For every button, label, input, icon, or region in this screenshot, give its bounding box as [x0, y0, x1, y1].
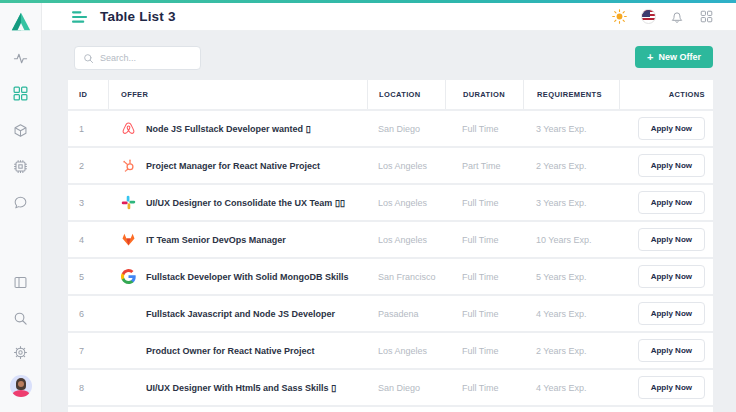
offer-cell: Product Owner for React Native Project [108, 333, 367, 368]
table-row: 6 Fullstack Javascript and Node JS Devel… [68, 296, 713, 331]
actions-cell: Apply Now [619, 296, 713, 331]
apply-now-button[interactable]: Apply Now [638, 117, 705, 140]
offer-title[interactable]: Product Owner for React Native Project [146, 346, 315, 356]
offer-title[interactable]: UI/UX Designer to Consolidate the UX Tea… [146, 198, 345, 208]
row-id: 3 [68, 185, 108, 220]
row-duration: Full Time [445, 222, 523, 257]
avatar-shirt [12, 390, 30, 397]
offer-title[interactable]: Project Manager for React Native Project [146, 161, 320, 171]
sun-icon[interactable] [611, 9, 627, 25]
row-requirements: 10 Years Exp. [523, 222, 619, 257]
offer-cell: Node JS Fullstack Developer wanted ▯ [108, 111, 367, 146]
dashboard-grid-icon[interactable] [13, 85, 29, 101]
row-duration: Full Time [445, 296, 523, 331]
offer-title[interactable]: Node JS Fullstack Developer wanted ▯ [146, 124, 311, 134]
table-header-row: ID OFFER LOCATION DURATION REQUIREMENTS … [68, 80, 713, 109]
apply-now-button[interactable]: Apply Now [638, 376, 705, 399]
offer-title[interactable]: IT Team Senior DevOps Manager [146, 235, 286, 245]
airbnb-icon [120, 121, 136, 137]
apply-now-button[interactable]: Apply Now [638, 154, 705, 177]
apply-now-button[interactable]: Apply Now [638, 228, 705, 251]
actions-cell: Apply Now [619, 259, 713, 294]
row-duration: Full Time [445, 370, 523, 405]
chat-bubble-icon[interactable] [13, 194, 29, 210]
row-id: 8 [68, 370, 108, 405]
apps-grid-icon[interactable] [698, 9, 714, 25]
us-flag-icon[interactable] [640, 9, 656, 25]
table-row: 7 Product Owner for React Native Project… [68, 333, 713, 368]
menu-icon[interactable] [72, 10, 89, 24]
cpu-chip-icon[interactable] [13, 158, 29, 174]
row-id: 2 [68, 148, 108, 183]
row-id: 4 [68, 222, 108, 257]
offer-title[interactable]: UI/UX Designer With Html5 and Sass Skill… [146, 383, 336, 393]
table-row: 5 Fullstack Developer With Solid MongoDB… [68, 259, 713, 294]
table-row: 8 UI/UX Designer With Html5 and Sass Ski… [68, 370, 713, 405]
apply-now-button[interactable]: Apply Now [638, 191, 705, 214]
column-header-id: ID [68, 80, 108, 109]
search-icon[interactable] [13, 310, 29, 326]
row-location: Los Angeles [367, 222, 445, 257]
table-row: 1 Node JS Fullstack Developer wanted ▯ S… [68, 111, 713, 146]
table-row-partial [68, 407, 713, 412]
company-icon [120, 306, 136, 322]
panel-layout-icon[interactable] [13, 274, 29, 290]
company-icon [120, 343, 136, 359]
user-avatar[interactable] [10, 375, 32, 397]
row-location: San Diego [367, 370, 445, 405]
row-id: 7 [68, 333, 108, 368]
column-header-offer: OFFER [108, 80, 367, 109]
package-cube-icon[interactable] [13, 122, 29, 138]
actions-cell: Apply Now [619, 222, 713, 257]
row-location: Pasadena [367, 296, 445, 331]
row-requirements: 2 Years Exp. [523, 148, 619, 183]
top-accent-strip [0, 0, 736, 3]
gear-icon[interactable] [13, 344, 29, 360]
avatar-face [18, 381, 24, 387]
app-logo[interactable] [10, 11, 32, 36]
apply-now-button[interactable]: Apply Now [638, 265, 705, 288]
column-header-actions-label: ACTIONS [669, 90, 705, 99]
actions-cell: Apply Now [619, 148, 713, 183]
apply-now-button[interactable]: Apply Now [638, 302, 705, 325]
row-id: 5 [68, 259, 108, 294]
google-icon [120, 269, 136, 285]
hubspot-icon [120, 158, 136, 174]
row-requirements: 5 Years Exp. [523, 259, 619, 294]
row-requirements: 2 Years Exp. [523, 333, 619, 368]
row-duration: Full Time [445, 185, 523, 220]
row-duration: Part Time [445, 148, 523, 183]
column-header-duration: DURATION [445, 80, 523, 109]
search-box [74, 46, 201, 70]
actions-cell: Apply Now [619, 185, 713, 220]
actions-cell: Apply Now [619, 111, 713, 146]
new-offer-button[interactable]: + New Offer [635, 46, 713, 68]
row-requirements: 4 Years Exp. [523, 370, 619, 405]
plus-icon: + [647, 52, 653, 63]
row-requirements: 3 Years Exp. [523, 111, 619, 146]
row-location: Los Angeles [367, 333, 445, 368]
flag-canton [642, 10, 650, 17]
offer-title[interactable]: Fullstack Developer With Solid MongoDB S… [146, 272, 348, 282]
row-location: San Diego [367, 111, 445, 146]
row-duration: Full Time [445, 259, 523, 294]
row-duration: Full Time [445, 111, 523, 146]
table-row: 2 Project Manager for React Native Proje… [68, 148, 713, 183]
activity-icon[interactable] [13, 50, 29, 66]
actions-cell: Apply Now [619, 370, 713, 405]
apply-now-button[interactable]: Apply Now [638, 339, 705, 362]
column-header-actions: ACTIONS [619, 80, 713, 109]
offer-cell: UI/UX Designer With Html5 and Sass Skill… [108, 370, 367, 405]
row-location: Los Angeles [367, 185, 445, 220]
page-title: Table List 3 [100, 9, 176, 24]
bell-icon[interactable] [669, 9, 685, 25]
table-row: 4 IT Team Senior DevOps Manager Los Ange… [68, 222, 713, 257]
offer-cell: Fullstack Javascript and Node JS Develop… [108, 296, 367, 331]
offers-table: ID OFFER LOCATION DURATION REQUIREMENTS … [68, 80, 713, 412]
offer-title[interactable]: Fullstack Javascript and Node JS Develop… [146, 309, 335, 319]
header-actions [611, 9, 714, 25]
sidebar [0, 3, 42, 412]
search-input[interactable] [100, 53, 192, 63]
row-location: Los Angeles [367, 148, 445, 183]
actions-cell: Apply Now [619, 333, 713, 368]
